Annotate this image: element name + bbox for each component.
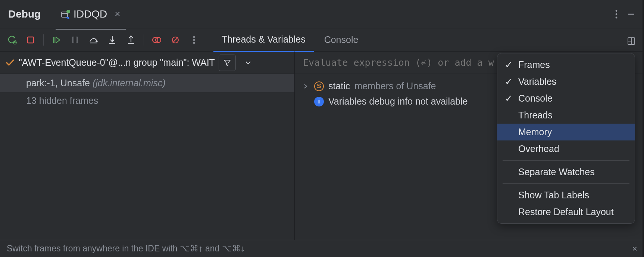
rerun-button[interactable] <box>4 32 20 48</box>
close-tab-icon[interactable]: × <box>115 8 120 20</box>
popup-label: Separate Watches <box>518 167 595 177</box>
popup-separator <box>503 160 629 161</box>
info-text: Variables debug info not available <box>328 96 468 107</box>
popup-item-restore-layout[interactable]: Restore Default Layout <box>497 204 635 220</box>
svg-point-13 <box>193 36 195 37</box>
step-out-button[interactable] <box>123 32 139 48</box>
svg-rect-7 <box>53 37 54 43</box>
layout-settings-icon[interactable] <box>625 34 638 48</box>
popup-label: Variables <box>518 76 556 87</box>
minimize-icon[interactable] <box>623 7 640 21</box>
svg-rect-8 <box>72 37 74 43</box>
stop-button[interactable] <box>22 32 39 48</box>
status-tip: Switch frames from anywhere in the IDE w… <box>7 244 245 254</box>
check-icon: ✓ <box>505 76 513 87</box>
thread-name: "AWT-EventQueue-0"@...n group "main": WA… <box>19 57 215 68</box>
separator <box>144 34 144 46</box>
popup-item-overhead[interactable]: Overhead <box>497 140 635 157</box>
check-icon: ✓ <box>505 93 513 104</box>
popup-label: Memory <box>518 127 552 137</box>
more-debug-icon[interactable] <box>186 32 202 48</box>
tool-window-title: Debug <box>8 8 41 20</box>
more-options-icon[interactable] <box>610 7 623 21</box>
frame-location: (jdk.internal.misc) <box>93 78 166 88</box>
frame-method: park:-1, Unsafe <box>26 78 90 88</box>
svg-point-3 <box>616 13 618 15</box>
popup-item-memory[interactable]: Memory <box>497 124 635 140</box>
popup-item-frames[interactable]: ✓ Frames <box>497 56 635 73</box>
popup-item-show-tab-labels[interactable]: Show Tab Labels <box>497 187 635 204</box>
svg-point-1 <box>66 10 70 13</box>
tool-window-header: Debug IDDQD × <box>0 0 644 28</box>
mute-breakpoints-button[interactable] <box>167 32 184 48</box>
check-icon: ✓ <box>505 59 513 70</box>
popup-label: Threads <box>518 110 553 121</box>
static-label: static <box>328 81 350 92</box>
popup-item-console[interactable]: ✓ Console <box>497 90 635 107</box>
info-badge-icon: i <box>314 97 324 106</box>
svg-point-2 <box>616 10 618 12</box>
popup-label: Frames <box>518 59 550 70</box>
right-edge <box>643 0 644 257</box>
pause-button[interactable] <box>67 32 83 48</box>
popup-label: Show Tab Labels <box>518 190 589 201</box>
thread-selector[interactable]: "AWT-EventQueue-0"@...n group "main": WA… <box>0 52 294 74</box>
thread-check-icon <box>5 58 15 68</box>
popup-label: Restore Default Layout <box>518 207 614 217</box>
hidden-frames-label[interactable]: 13 hidden frames <box>0 92 294 109</box>
debug-toolbar: Threads & Variables Console <box>0 28 644 52</box>
popup-separator <box>503 183 629 184</box>
svg-rect-9 <box>76 37 78 43</box>
frames-panel: "AWT-EventQueue-0"@...n group "main": WA… <box>0 52 295 240</box>
resume-button[interactable] <box>48 32 65 48</box>
svg-point-15 <box>193 42 195 43</box>
step-into-button[interactable] <box>104 32 121 48</box>
popup-item-variables[interactable]: ✓ Variables <box>497 73 635 90</box>
frame-row[interactable]: park:-1, Unsafe (jdk.internal.misc) <box>0 74 294 92</box>
variables-panel: S static members of Unsafe i Variables d… <box>295 52 644 240</box>
svg-point-4 <box>616 16 618 18</box>
layout-popup: ✓ Frames ✓ Variables ✓ Console Threads M… <box>497 53 635 224</box>
static-badge-icon: S <box>314 81 324 91</box>
tab-console[interactable]: Console <box>316 28 367 51</box>
svg-point-14 <box>193 39 195 40</box>
popup-label: Console <box>518 93 553 104</box>
popup-item-threads[interactable]: Threads <box>497 107 635 124</box>
step-over-button[interactable] <box>85 32 102 48</box>
popup-item-separate-watches[interactable]: Separate Watches <box>497 164 635 180</box>
status-bar: Switch frames from anywhere in the IDE w… <box>0 240 644 257</box>
close-tip-icon[interactable]: × <box>632 244 637 254</box>
chevron-down-icon[interactable] <box>240 55 257 71</box>
run-config-name: IDDQD <box>74 8 107 20</box>
debug-main: "AWT-EventQueue-0"@...n group "main": WA… <box>0 52 644 240</box>
tab-threads-variables[interactable]: Threads & Variables <box>213 28 314 52</box>
run-config-icon <box>61 10 70 19</box>
chevron-right-icon[interactable] <box>303 84 310 89</box>
svg-rect-0 <box>62 12 68 17</box>
view-breakpoints-button[interactable] <box>149 32 165 48</box>
filter-icon[interactable] <box>219 55 236 71</box>
svg-rect-6 <box>28 37 34 43</box>
frames-list[interactable]: park:-1, Unsafe (jdk.internal.misc) 13 h… <box>0 74 294 240</box>
separator <box>43 34 44 46</box>
static-rest: members of Unsafe <box>354 81 436 92</box>
run-config-tab[interactable]: IDDQD × <box>56 5 125 23</box>
popup-label: Overhead <box>518 143 559 154</box>
